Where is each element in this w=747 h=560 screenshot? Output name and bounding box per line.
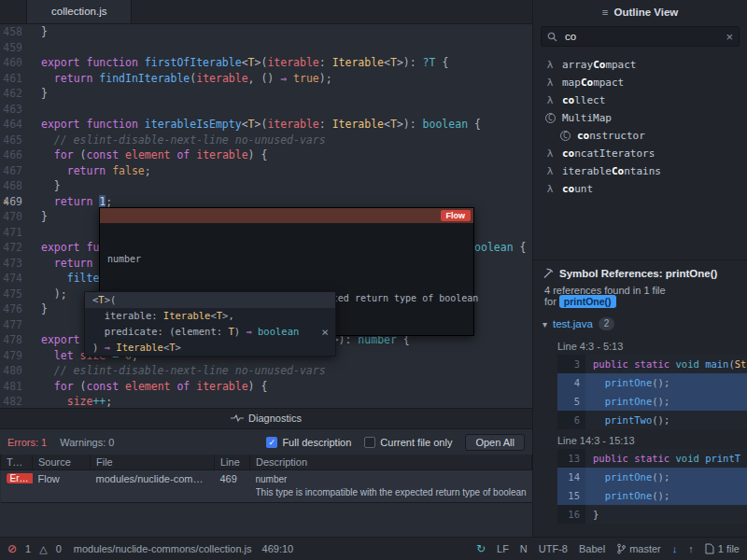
code-token: } bbox=[41, 302, 48, 315]
open-all-button[interactable]: Open All bbox=[465, 434, 525, 451]
line-number[interactable]: 479 bbox=[0, 348, 30, 364]
editor-gutter[interactable]: 458459460461462463464465466467468469›470… bbox=[0, 24, 30, 408]
chevron-down-icon[interactable]: ▾ bbox=[543, 319, 547, 329]
outline-item-concatiterators[interactable]: λconcatIterators bbox=[533, 145, 747, 162]
diagnostic-row[interactable]: Error Flow modules/nuclide-commons/colle… bbox=[1, 470, 532, 503]
code-preview: 13public static void printT14 printOne()… bbox=[557, 449, 747, 524]
outline-item-label: arrayCompact bbox=[562, 59, 637, 71]
reference-row[interactable]: 16} bbox=[557, 505, 747, 524]
status-warning-icon[interactable]: △ bbox=[39, 543, 47, 555]
code-line[interactable]: export function iterableIsEmpty<T>(itera… bbox=[30, 117, 532, 133]
reference-row[interactable]: 6 printTwo(); bbox=[557, 411, 747, 429]
reference-row[interactable]: 5 printOne(); bbox=[557, 392, 747, 411]
changed-files[interactable]: 1 file bbox=[705, 543, 740, 554]
column-source[interactable]: Source bbox=[33, 455, 91, 470]
line-number[interactable]: 468 bbox=[0, 178, 30, 194]
code-line[interactable] bbox=[30, 40, 532, 56]
line-number[interactable]: 476 bbox=[0, 301, 30, 317]
code-line[interactable]: for (const element of iterable) { bbox=[30, 379, 532, 395]
line-number[interactable]: 470 bbox=[0, 209, 30, 225]
code-line[interactable]: size++; bbox=[30, 394, 532, 408]
reference-row[interactable]: 3public static void main(St bbox=[557, 355, 747, 373]
line-number[interactable]: 474 bbox=[0, 271, 30, 287]
outline-item-mapcompact[interactable]: λmapCompact bbox=[533, 74, 747, 91]
line-number[interactable]: 467 bbox=[0, 163, 30, 179]
grammar-indicator[interactable]: Babel bbox=[579, 543, 605, 554]
code-token: } bbox=[593, 509, 599, 520]
outline-item-multimap[interactable]: CMultiMap bbox=[533, 109, 747, 127]
line-number[interactable]: 482 bbox=[0, 394, 30, 408]
close-icon[interactable]: × bbox=[321, 324, 329, 340]
current-file-only-checkbox[interactable]: Current file only bbox=[364, 437, 452, 448]
reference-file-row[interactable]: ▾ test.java 2 bbox=[533, 314, 747, 335]
line-number[interactable]: 469› bbox=[0, 194, 30, 210]
clear-search-icon[interactable]: × bbox=[726, 30, 733, 44]
line-number[interactable]: 477 bbox=[0, 317, 30, 333]
line-number[interactable]: 462 bbox=[0, 86, 30, 102]
line-number[interactable]: 463 bbox=[0, 102, 30, 118]
code-line[interactable]: } bbox=[30, 86, 532, 102]
outline-search-input[interactable] bbox=[563, 30, 720, 43]
line-number[interactable]: 481 bbox=[0, 379, 30, 395]
encoding-indicator[interactable]: UTF-8 bbox=[539, 543, 568, 554]
code-line[interactable]: } bbox=[30, 24, 532, 40]
code-line[interactable]: for (const element of iterable) { bbox=[30, 147, 532, 163]
code-token: true bbox=[293, 72, 319, 85]
line-number[interactable]: 472 bbox=[0, 240, 30, 256]
line-number[interactable]: 464 bbox=[0, 117, 30, 133]
reference-row[interactable]: 14 printOne(); bbox=[557, 468, 747, 486]
line-number[interactable]: 458 bbox=[0, 24, 30, 40]
line-number[interactable]: 478 bbox=[0, 332, 30, 348]
changed-files-label: 1 file bbox=[718, 543, 740, 554]
line-number[interactable]: 471 bbox=[0, 225, 30, 241]
code-token: for bbox=[54, 380, 74, 393]
code-token: export function bbox=[41, 118, 145, 131]
sync-icon[interactable]: ↻ bbox=[476, 542, 486, 555]
status-error-icon[interactable]: ⊘ bbox=[7, 542, 17, 555]
code-token bbox=[41, 272, 67, 285]
line-number[interactable]: 475 bbox=[0, 287, 30, 302]
preview-line-number: 14 bbox=[557, 468, 585, 486]
outline-item-label: count bbox=[562, 183, 593, 195]
line-number[interactable]: 480 bbox=[0, 363, 30, 379]
cursor-position[interactable]: 469:10 bbox=[262, 543, 294, 554]
code-line[interactable]: } bbox=[30, 178, 532, 194]
tab-collection-js[interactable]: collection.js bbox=[26, 0, 132, 23]
line-number[interactable]: 461 bbox=[0, 71, 30, 87]
code-token: printOne bbox=[605, 396, 653, 407]
code-token: printTwo bbox=[605, 414, 653, 426]
outline-item-arraycompact[interactable]: λarrayCompact bbox=[533, 56, 747, 74]
code-line[interactable]: // eslint-disable-next-line no-unused-va… bbox=[30, 133, 532, 148]
outline-item-constructor[interactable]: Cconstructor bbox=[533, 127, 747, 145]
code-line[interactable] bbox=[30, 102, 532, 118]
outline-item-iterablecontains[interactable]: λiterableContains bbox=[533, 162, 747, 180]
column-file[interactable]: File bbox=[91, 455, 215, 470]
code-token: size bbox=[67, 395, 93, 408]
status-file-path: modules/nuclide-commons/collection.js bbox=[74, 543, 252, 554]
full-description-checkbox[interactable]: ✓ Full description bbox=[266, 437, 351, 448]
code-line[interactable]: return findInIterable(iterable, () ⇒ tru… bbox=[30, 71, 532, 87]
code-preview: 3public static void main(St4 printOne();… bbox=[557, 355, 747, 429]
reference-row[interactable]: 4 printOne(); bbox=[557, 373, 747, 392]
checkbox-checked-icon: ✓ bbox=[266, 437, 277, 448]
code-line[interactable]: return false; bbox=[30, 163, 532, 179]
column-line[interactable]: Line bbox=[215, 455, 250, 470]
line-number[interactable]: 465 bbox=[0, 133, 30, 148]
code-editor[interactable]: 458459460461462463464465466467468469›470… bbox=[0, 24, 532, 408]
code-line[interactable]: export function firstOfIterable<T>(itera… bbox=[30, 55, 532, 71]
outline-item-collect[interactable]: λcollect bbox=[533, 91, 747, 109]
outline-item-count[interactable]: λcount bbox=[533, 180, 747, 198]
reference-row[interactable]: 15 printOne(); bbox=[557, 486, 747, 505]
line-number[interactable]: 473 bbox=[0, 256, 30, 272]
column-type[interactable]: Type bbox=[1, 455, 33, 470]
line-number[interactable]: 466 bbox=[0, 147, 30, 163]
code-line[interactable]: // eslint-disable-next-line no-unused-va… bbox=[30, 363, 532, 379]
reference-row[interactable]: 13public static void printT bbox=[557, 449, 747, 468]
column-description[interactable]: Description bbox=[250, 455, 532, 470]
code-token: ) { bbox=[248, 148, 268, 161]
newline-indicator[interactable]: N bbox=[520, 543, 528, 554]
git-branch[interactable]: master bbox=[616, 543, 661, 554]
line-number[interactable]: 459 bbox=[0, 40, 30, 56]
line-ending-indicator[interactable]: LF bbox=[497, 543, 509, 554]
line-number[interactable]: 460 bbox=[0, 55, 30, 71]
